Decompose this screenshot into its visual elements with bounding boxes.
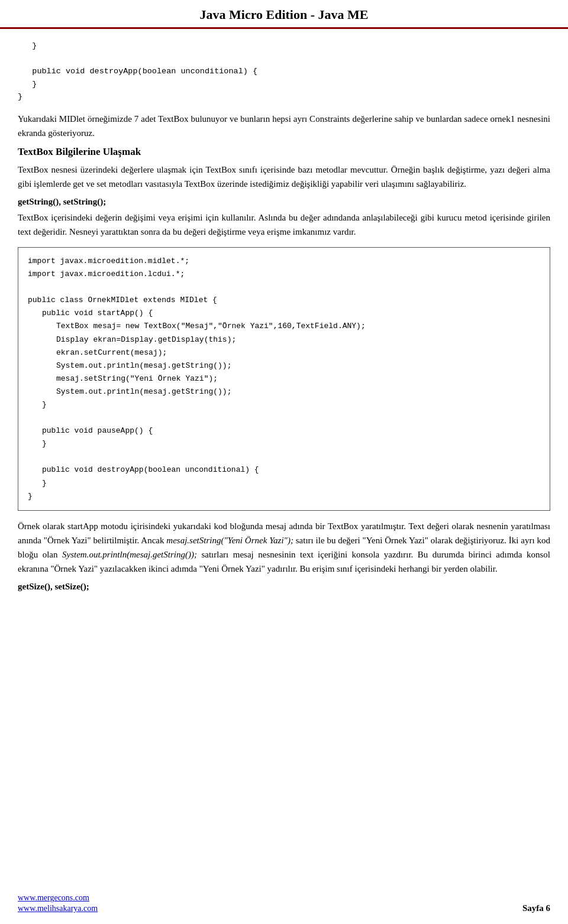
code-line: } (18, 90, 550, 103)
section1-heading: TextBox Bilgilerine Ulaşmak (18, 146, 550, 158)
page-number: Sayfa 6 (522, 903, 550, 913)
page-title: Java Micro Edition - Java ME (12, 7, 556, 22)
code-line: Display ekran=Display.getDisplay(this); (56, 333, 540, 346)
text-label: Text (408, 521, 424, 531)
code-line: } (42, 398, 540, 411)
code-line: } (18, 40, 550, 53)
page-wrapper: Java Micro Edition - Java ME } public vo… (0, 0, 568, 924)
after-code-paragraph: Örnek olarak startApp motodu içirisindek… (18, 519, 550, 576)
footer-links: www.mergecons.com www.melihsakarya.com (18, 893, 98, 913)
code-line: mesaj.setString("Yeni Örnek Yazi"); (56, 372, 540, 385)
top-code-block: } public void destroyApp(boolean uncondi… (18, 40, 550, 103)
code-line: System.out.println(mesaj.getString()); (56, 359, 540, 372)
code-line: public class OrnekMIDlet extends MIDlet … (28, 294, 540, 307)
code-line: import javax.microedition.lcdui.*; (28, 268, 540, 281)
footer-link1[interactable]: www.mergecons.com (18, 893, 98, 903)
intro-paragraph: Yukarıdaki MIDlet örneğimizde 7 adet Tex… (18, 112, 550, 140)
section2-para1: TextBox içerisindeki değerin değişimi ve… (18, 210, 550, 239)
code-line: } (42, 437, 540, 450)
page-header: Java Micro Edition - Java ME (0, 0, 568, 29)
code-line: import javax.microedition.midlet.*; (28, 255, 540, 268)
code-line: public void startApp() { (42, 307, 540, 320)
code-line: TextBox mesaj= new TextBox("Mesaj","Örne… (56, 320, 540, 333)
code-line: } (42, 477, 540, 490)
code-line (28, 281, 540, 294)
italic-code: mesaj.setString("Yeni Örnek Yazi"); (166, 536, 293, 545)
code-block: import javax.microedition.midlet.*; impo… (18, 247, 550, 511)
code-line: public void destroyApp(boolean unconditi… (18, 65, 550, 78)
code-line (18, 53, 550, 66)
code-line: ekran.setCurrent(mesaj); (56, 346, 540, 359)
section2-heading: getString(), setString(); (18, 197, 550, 207)
code-line: public void pauseApp() { (42, 424, 540, 437)
page-footer: www.mergecons.com www.melihsakarya.com S… (18, 893, 550, 913)
code-line (28, 450, 540, 463)
footer-link2[interactable]: www.melihsakarya.com (18, 904, 98, 913)
section3-heading: getSize(), setSize(); (18, 582, 550, 592)
section1-para1: TextBox nesnesi üzerindeki değerlere ula… (18, 163, 550, 191)
italic-code2: System.out.println(mesaj.getString()); (62, 550, 197, 559)
code-line: } (18, 78, 550, 91)
code-line (28, 411, 540, 424)
code-line: System.out.println(mesaj.getString()); (56, 385, 540, 398)
code-line: public void destroyApp(boolean unconditi… (42, 463, 540, 476)
main-content: } public void destroyApp(boolean uncondi… (0, 29, 568, 607)
code-line: } (28, 490, 540, 503)
